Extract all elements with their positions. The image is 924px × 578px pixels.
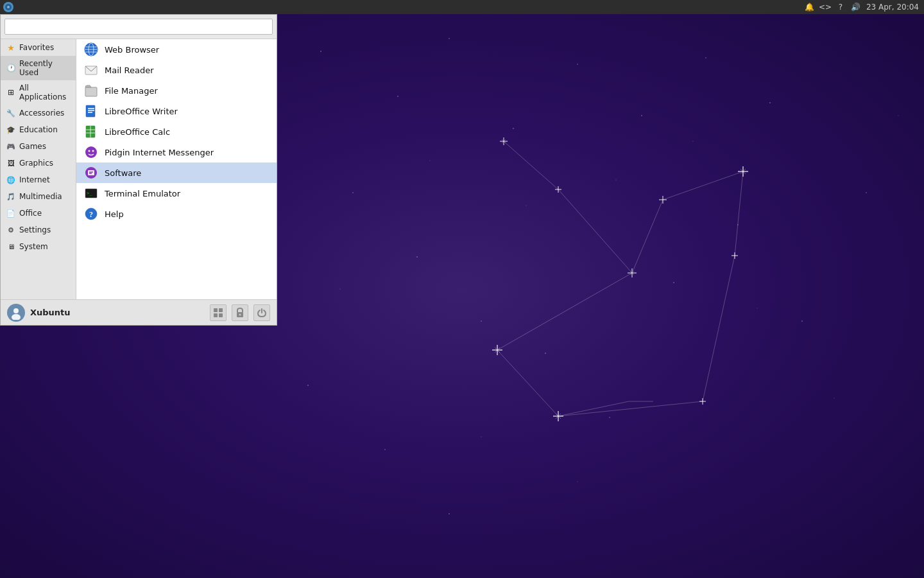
notification-icon[interactable]: 🔔 bbox=[805, 2, 815, 12]
username: Xubuntu bbox=[30, 308, 205, 317]
svg-rect-80 bbox=[86, 105, 95, 117]
terminal-icon: >_ bbox=[84, 186, 98, 200]
sidebar-item-games[interactable]: 🎮 Games bbox=[1, 138, 76, 155]
sidebar-item-office[interactable]: 📄 Office bbox=[1, 205, 76, 222]
svg-line-66 bbox=[556, 414, 561, 419]
sidebar-item-label: Games bbox=[19, 142, 46, 151]
sidebar-item-favorites[interactable]: ★ Favorites bbox=[1, 39, 76, 56]
app-terminal[interactable]: >_ Terminal Emulator bbox=[76, 183, 277, 204]
app-label: Software bbox=[105, 168, 141, 178]
app-software[interactable]: Software bbox=[76, 162, 277, 183]
app-label: Mail Reader bbox=[105, 66, 154, 75]
file-manager-icon bbox=[84, 83, 98, 98]
search-bar: 🔍 bbox=[1, 15, 277, 39]
sidebar-item-graphics[interactable]: 🖼 Graphics bbox=[1, 155, 76, 171]
app-help[interactable]: ? Help bbox=[76, 204, 277, 224]
app-mail-reader[interactable]: Mail Reader bbox=[76, 60, 277, 80]
sidebar-item-label: Internet bbox=[19, 175, 50, 184]
libreoffice-calc-icon bbox=[84, 125, 98, 139]
sidebar-item-education[interactable]: 🎓 Education bbox=[1, 121, 76, 138]
svg-line-38 bbox=[558, 401, 703, 416]
svg-point-12 bbox=[737, 224, 739, 225]
all-applications-icon: ⊞ bbox=[6, 87, 16, 98]
multimedia-icon: 🎵 bbox=[6, 191, 16, 202]
svg-point-29 bbox=[898, 115, 898, 116]
svg-point-11 bbox=[673, 282, 674, 283]
svg-point-71 bbox=[7, 6, 10, 8]
svg-line-36 bbox=[558, 401, 629, 416]
svg-point-19 bbox=[307, 385, 309, 386]
svg-rect-103 bbox=[219, 308, 223, 312]
sidebar-item-multimedia[interactable]: 🎵 Multimedia bbox=[1, 188, 76, 205]
sidebar-item-label: All Applications bbox=[19, 83, 71, 101]
svg-point-28 bbox=[481, 436, 481, 437]
sidebar-item-recently-used[interactable]: 🕐 Recently Used bbox=[1, 56, 76, 80]
sidebar-item-settings[interactable]: ⚙ Settings bbox=[1, 222, 76, 238]
sidebar-item-label: Recently Used bbox=[19, 59, 71, 77]
svg-line-65 bbox=[556, 414, 561, 419]
app-label: Terminal Emulator bbox=[105, 189, 180, 198]
search-input[interactable] bbox=[4, 19, 273, 35]
svg-point-107 bbox=[239, 313, 241, 315]
svg-point-8 bbox=[352, 192, 354, 193]
app-label: LibreOffice Writer bbox=[105, 107, 178, 116]
menu-body: ★ Favorites 🕐 Recently Used ⊞ All Applic… bbox=[1, 39, 277, 299]
svg-text:?: ? bbox=[89, 210, 93, 219]
svg-line-48 bbox=[630, 271, 634, 275]
bottom-bar: Xubuntu bbox=[1, 299, 277, 325]
sidebar-item-system[interactable]: 🖥 System bbox=[1, 238, 76, 255]
help-app-icon: ? bbox=[84, 207, 98, 221]
svg-point-4 bbox=[577, 64, 578, 65]
svg-point-26 bbox=[834, 398, 834, 398]
power-button[interactable] bbox=[253, 304, 270, 321]
help-icon[interactable]: ? bbox=[835, 2, 846, 12]
svg-point-23 bbox=[615, 179, 616, 180]
svg-point-15 bbox=[801, 320, 803, 322]
graphics-icon: 🖼 bbox=[6, 158, 16, 168]
svg-line-39 bbox=[497, 273, 632, 350]
app-pidgin[interactable]: Pidgin Internet Messenger bbox=[76, 142, 277, 162]
svg-point-1 bbox=[397, 96, 398, 97]
svg-point-21 bbox=[429, 160, 430, 161]
settings-icon: ⚙ bbox=[6, 225, 16, 235]
svg-point-18 bbox=[866, 192, 867, 193]
svg-line-33 bbox=[663, 171, 743, 200]
user-avatar bbox=[7, 304, 25, 322]
svg-line-56 bbox=[740, 169, 746, 174]
mail-reader-icon bbox=[84, 63, 98, 77]
svg-line-32 bbox=[632, 200, 663, 273]
system-icon: 🖥 bbox=[6, 241, 16, 252]
svg-point-100 bbox=[13, 308, 19, 313]
svg-point-17 bbox=[449, 513, 450, 514]
svg-line-31 bbox=[558, 189, 632, 273]
sidebar-item-label: Favorites bbox=[19, 43, 54, 52]
svg-rect-104 bbox=[214, 313, 218, 317]
svg-point-7 bbox=[769, 102, 771, 103]
volume-icon[interactable]: 🔊 bbox=[851, 2, 861, 12]
taskbar-left bbox=[0, 1, 17, 13]
taskbar-logo bbox=[3, 1, 14, 13]
switch-user-button[interactable] bbox=[210, 304, 227, 321]
svg-text:>_: >_ bbox=[87, 191, 92, 196]
lock-button[interactable] bbox=[232, 304, 248, 321]
sidebar-item-all-applications[interactable]: ⊞ All Applications bbox=[1, 80, 76, 105]
svg-point-10 bbox=[481, 320, 482, 322]
app-web-browser[interactable]: Web Browser bbox=[76, 39, 277, 60]
svg-rect-105 bbox=[219, 313, 223, 317]
app-file-manager[interactable]: File Manager bbox=[76, 80, 277, 101]
keyboard-icon[interactable]: <> bbox=[820, 2, 830, 12]
svg-point-5 bbox=[641, 115, 642, 116]
sidebar-item-accessories[interactable]: 🔧 Accessories bbox=[1, 105, 76, 121]
svg-line-62 bbox=[495, 347, 500, 353]
pidgin-icon bbox=[84, 145, 98, 159]
app-label: Help bbox=[105, 209, 124, 219]
svg-point-20 bbox=[339, 288, 340, 289]
app-libreoffice-writer[interactable]: LibreOffice Writer bbox=[76, 101, 277, 121]
search-wrapper: 🔍 bbox=[4, 19, 273, 35]
svg-rect-92 bbox=[88, 170, 94, 175]
svg-point-88 bbox=[85, 146, 97, 158]
datetime: 23 Apr, 20:04 bbox=[866, 3, 919, 12]
app-libreoffice-calc[interactable]: LibreOffice Calc bbox=[76, 121, 277, 142]
games-icon: 🎮 bbox=[6, 141, 16, 152]
sidebar-item-internet[interactable]: 🌐 Internet bbox=[1, 171, 76, 188]
